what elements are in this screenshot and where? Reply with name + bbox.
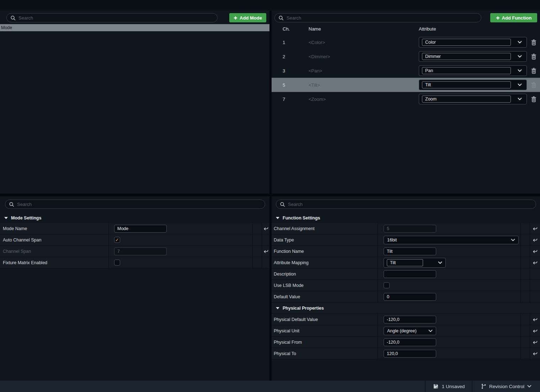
mode-list-item[interactable]: Mode	[0, 24, 269, 31]
physical-unit-dropdown[interactable]: Angle (degree)	[384, 327, 436, 335]
trash-icon	[531, 54, 536, 60]
add-function-label: Add Function	[502, 15, 532, 21]
unsaved-changes-button[interactable]: 1 Unsaved	[425, 381, 472, 392]
function-settings-panel: Function Settings Channel Assignment Dat…	[272, 196, 540, 381]
delete-function-button[interactable]	[530, 96, 538, 102]
attribute-dropdown[interactable]: Zoom	[419, 94, 527, 104]
revert-button[interactable]	[533, 260, 538, 265]
function-row[interactable]: 2 <Dimmer> Dimmer	[272, 49, 540, 64]
revert-button[interactable]	[533, 351, 538, 356]
physical-from-input[interactable]	[384, 338, 436, 346]
function-name-input[interactable]	[384, 247, 436, 255]
attribute-value[interactable]: Dimmer	[422, 53, 511, 60]
physical-unit-value: Angle (degree)	[387, 328, 428, 333]
triangle-down-icon	[276, 217, 279, 219]
settings-row-physical-to: Physical To	[272, 348, 540, 359]
search-icon	[278, 15, 284, 21]
status-bar: 1 Unsaved Revision Control	[0, 381, 540, 392]
revert-button[interactable]	[533, 340, 538, 344]
attribute-value[interactable]: Color	[422, 39, 511, 46]
revert-button[interactable]	[533, 328, 538, 333]
function-row-selected[interactable]: 5 <Tilt> Tilt	[272, 78, 540, 92]
revert-button[interactable]	[533, 317, 538, 322]
function-settings-search[interactable]	[276, 200, 536, 209]
function-name: <Pan>	[309, 68, 419, 74]
attribute-dropdown[interactable]: Tilt	[419, 80, 527, 90]
search-icon	[9, 202, 14, 207]
default-value-input[interactable]	[384, 293, 436, 301]
delete-function-button[interactable]	[530, 54, 538, 60]
description-input[interactable]	[384, 270, 436, 278]
modes-toolbar: Add Mode	[0, 11, 269, 22]
fixture-matrix-checkbox[interactable]	[114, 260, 120, 266]
revert-button[interactable]	[533, 249, 538, 254]
mode-settings-search-input[interactable]	[17, 202, 261, 207]
add-mode-button[interactable]: Add Mode	[229, 13, 266, 22]
field-label: Physical Unit	[272, 325, 378, 336]
function-row[interactable]: 7 <Zoom> Zoom	[272, 92, 540, 106]
mode-name-input[interactable]	[114, 225, 167, 233]
physical-to-input[interactable]	[384, 350, 436, 358]
settings-row-description: Description	[272, 268, 540, 280]
field-label: Physical From	[272, 337, 378, 348]
column-header-attribute: Attribute	[419, 26, 436, 32]
revert-icon	[533, 226, 538, 231]
mode-settings-search[interactable]	[5, 200, 265, 209]
attribute-dropdown[interactable]: Dimmer	[419, 51, 527, 62]
mode-settings-panel: Mode Settings Mode Name Auto Channel Spa…	[0, 196, 269, 381]
revert-icon	[533, 351, 538, 356]
settings-row-channel-span: Channel Span	[0, 246, 269, 257]
revert-button[interactable]	[533, 226, 538, 231]
revision-control-button[interactable]: Revision Control	[472, 381, 540, 392]
auto-channel-span-checkbox[interactable]	[114, 237, 120, 243]
use-lsb-mode-checkbox[interactable]	[384, 282, 390, 288]
function-row[interactable]: 1 <Color> Color	[272, 35, 540, 49]
functions-panel: Add Function Ch. Name Attribute 1 <Color…	[272, 11, 540, 194]
delete-function-button[interactable]	[530, 39, 538, 45]
functions-search[interactable]	[274, 13, 481, 22]
attribute-dropdown[interactable]: Color	[419, 37, 527, 48]
channel-number: 7	[272, 97, 309, 102]
mode-settings-search-row	[0, 196, 269, 209]
search-icon	[280, 202, 285, 207]
function-row[interactable]: 3 <Pan> Pan	[272, 64, 540, 78]
modes-search[interactable]	[6, 13, 218, 22]
chevron-down-icon	[518, 41, 522, 44]
trash-icon	[531, 82, 536, 88]
plus-icon	[234, 16, 237, 20]
modes-search-input[interactable]	[18, 15, 214, 21]
attribute-mapping-dropdown[interactable]: Tilt	[384, 258, 446, 268]
function-settings-section-header[interactable]: Function Settings	[272, 213, 540, 223]
trash-icon	[531, 96, 536, 102]
mode-settings-section-header[interactable]: Mode Settings	[0, 213, 269, 223]
physical-default-value-input[interactable]	[384, 316, 436, 323]
settings-row-attribute-mapping: Attribute Mapping Tilt	[272, 257, 540, 268]
attribute-value[interactable]: Tilt	[422, 81, 511, 88]
field-label: Description	[272, 268, 378, 279]
attribute-value[interactable]: Pan	[422, 67, 511, 74]
settings-row-data-type: Data Type 16bit	[272, 234, 540, 246]
attribute-value[interactable]: Zoom	[422, 96, 511, 103]
chevron-down-icon	[518, 98, 522, 100]
physical-properties-title: Physical Properties	[283, 306, 324, 311]
add-function-button[interactable]: Add Function	[490, 13, 537, 22]
revert-button[interactable]	[263, 226, 268, 231]
revert-icon	[533, 328, 538, 333]
revert-button[interactable]	[533, 238, 538, 242]
field-label: Attribute Mapping	[272, 257, 378, 268]
attribute-mapping-value[interactable]: Tilt	[387, 259, 423, 266]
physical-properties-section-header[interactable]: Physical Properties	[272, 303, 540, 314]
attribute-dropdown[interactable]: Pan	[419, 65, 527, 76]
function-settings-search-input[interactable]	[288, 202, 532, 207]
function-settings-search-row	[272, 196, 540, 209]
field-label: Channel Assignment	[272, 223, 378, 234]
window-top-strip	[0, 0, 540, 11]
column-header-ch: Ch.	[272, 26, 309, 32]
mode-settings-title: Mode Settings	[11, 216, 41, 220]
delete-function-button[interactable]	[530, 82, 538, 88]
revert-button[interactable]	[263, 249, 268, 254]
data-type-dropdown[interactable]: 16bit	[384, 236, 519, 244]
triangle-down-icon	[276, 307, 279, 309]
delete-function-button[interactable]	[530, 68, 538, 74]
functions-search-input[interactable]	[287, 15, 477, 21]
